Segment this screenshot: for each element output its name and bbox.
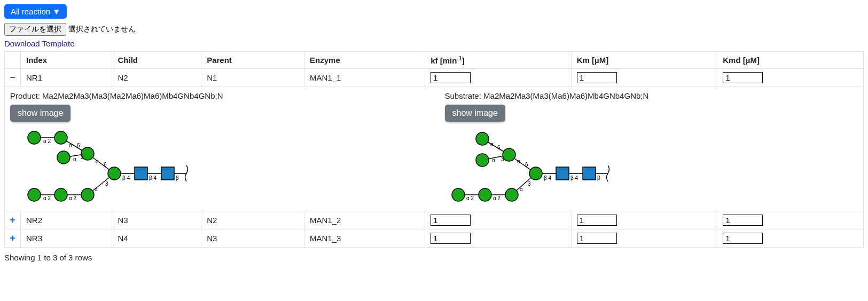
show-image-button[interactable]: show image: [10, 105, 71, 122]
choose-file-button[interactable]: ファイルを選択: [4, 23, 66, 36]
svg-text:α 2: α 2: [493, 195, 501, 201]
svg-point-15: [54, 188, 67, 201]
svg-text:3: 3: [105, 181, 108, 187]
column-child: Child: [112, 52, 201, 69]
file-status-text: 選択されていません: [68, 25, 136, 34]
cell-child: N3: [112, 211, 201, 229]
svg-point-17: [108, 167, 121, 180]
svg-text:α: α: [492, 157, 495, 163]
svg-point-43: [476, 132, 489, 145]
svg-text:α 2: α 2: [43, 138, 51, 144]
svg-point-11: [54, 131, 67, 144]
column-index: Index: [21, 52, 112, 69]
table-row: − NR1 N2 N1 MAN1_1: [5, 69, 864, 87]
svg-text:β 4: β 4: [544, 175, 552, 181]
km-input[interactable]: [577, 72, 617, 83]
kf-input[interactable]: [431, 215, 471, 226]
download-template-link[interactable]: Download Template: [4, 39, 74, 48]
svg-point-45: [503, 148, 515, 161]
cell-index: NR3: [21, 229, 112, 248]
column-toggle: [5, 52, 21, 69]
svg-rect-51: [583, 167, 596, 180]
table-row: + NR2 N3 N2 MAN1_2: [5, 211, 864, 229]
svg-text:α: α: [73, 156, 76, 162]
kmd-input[interactable]: [723, 233, 763, 244]
svg-text:β 4: β 4: [149, 175, 157, 181]
svg-text:3: 3: [528, 181, 531, 187]
row-count-status: Showing 1 to 3 of 3 rows: [4, 253, 864, 262]
cell-index: NR1: [21, 69, 112, 87]
table-row-detail: Product: Ma2Ma2Ma3(Ma3(Ma2Ma6)Ma6)Mb4GNb…: [5, 87, 864, 211]
row-toggle[interactable]: +: [5, 211, 21, 229]
svg-text:α 2: α 2: [466, 195, 474, 201]
svg-point-44: [476, 154, 489, 167]
svg-text:α: α: [95, 186, 98, 192]
svg-rect-18: [135, 167, 147, 180]
table-row: + NR3 N4 N3 MAN1_3: [5, 229, 864, 248]
svg-text:β: β: [176, 175, 179, 181]
svg-text:β 4: β 4: [570, 175, 578, 181]
cell-index: NR2: [21, 211, 112, 229]
svg-text:α: α: [490, 141, 494, 147]
svg-point-47: [479, 188, 491, 201]
svg-point-49: [529, 167, 542, 180]
column-parent: Parent: [201, 52, 304, 69]
svg-point-16: [81, 188, 94, 201]
reactions-table: Index Child Parent Enzyme kf [min-1] Km …: [4, 51, 864, 248]
column-kf: kf [min-1]: [425, 52, 572, 69]
svg-text:α: α: [517, 159, 520, 164]
svg-rect-19: [161, 167, 174, 180]
kmd-input[interactable]: [723, 215, 763, 226]
cell-parent: N2: [201, 211, 304, 229]
product-label: Product: Ma2Ma2Ma3(Ma3(Ma2Ma6)Ma6)Mb4GNb…: [10, 91, 424, 100]
substrate-label: Substrate: Ma2Ma2Ma3(Ma3(Ma6)Ma6)Mb4GNb4…: [445, 91, 858, 100]
cell-parent: N3: [201, 229, 304, 248]
svg-point-14: [28, 188, 41, 201]
row-toggle[interactable]: +: [5, 229, 21, 248]
cell-child: N2: [112, 69, 201, 87]
svg-rect-50: [556, 167, 569, 180]
svg-text:α: α: [520, 186, 523, 192]
svg-point-10: [28, 131, 41, 144]
km-input[interactable]: [577, 233, 617, 244]
svg-text:6: 6: [104, 162, 107, 168]
show-image-button[interactable]: show image: [445, 105, 505, 122]
column-enzyme: Enzyme: [304, 52, 425, 69]
cell-child: N4: [112, 229, 201, 248]
svg-text:α 2: α 2: [69, 195, 77, 201]
svg-text:β: β: [597, 175, 600, 181]
svg-text:6: 6: [525, 162, 528, 168]
km-input[interactable]: [577, 215, 617, 226]
product-glycan-image: α 2 α 6 α 3 α 6 α 2 α 2 α: [10, 128, 424, 204]
svg-point-12: [57, 151, 70, 164]
svg-text:α 2: α 2: [43, 195, 51, 201]
cell-enzyme: MAN1_2: [304, 211, 425, 229]
svg-text:6: 6: [77, 142, 80, 148]
cell-enzyme: MAN1_3: [304, 229, 425, 248]
cell-parent: N1: [201, 69, 304, 87]
substrate-glycan-image: α 6 α 3 α 6 α 2 α 2 α 3: [445, 128, 858, 204]
column-km: Km [µM]: [571, 52, 717, 69]
svg-point-48: [505, 188, 518, 201]
svg-text:α: α: [69, 142, 72, 148]
svg-point-46: [452, 188, 465, 201]
svg-text:α: α: [96, 159, 99, 164]
cell-enzyme: MAN1_1: [304, 69, 425, 87]
reaction-filter-dropdown[interactable]: All reaction ▼: [4, 4, 67, 19]
svg-text:3: 3: [501, 156, 504, 162]
svg-text:6: 6: [497, 145, 501, 150]
kf-input[interactable]: [431, 72, 471, 83]
kf-input[interactable]: [431, 233, 471, 244]
row-toggle[interactable]: −: [5, 69, 21, 87]
svg-text:β 4: β 4: [122, 175, 130, 181]
column-kmd: Kmd [µM]: [717, 52, 864, 69]
kmd-input[interactable]: [723, 72, 763, 83]
svg-text:3: 3: [81, 154, 84, 160]
